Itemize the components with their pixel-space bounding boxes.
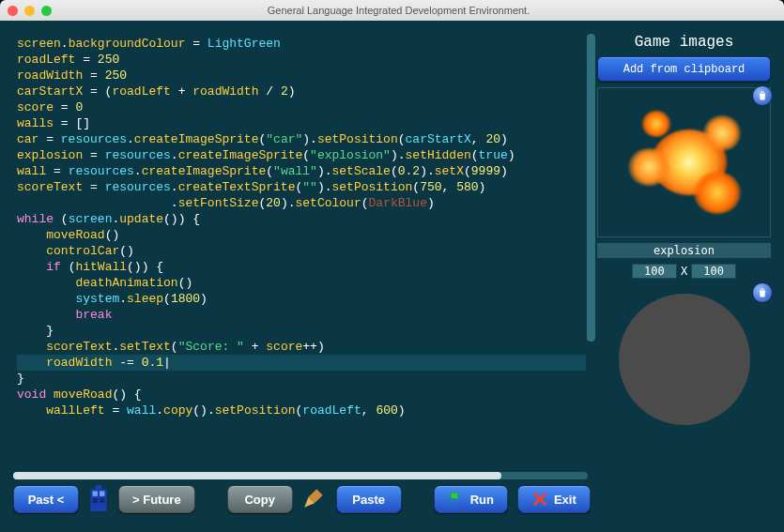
add-from-clipboard-button[interactable]: Add from clipboard — [597, 56, 771, 82]
explosion-image — [619, 106, 750, 219]
sprite-width[interactable]: 100 — [632, 264, 677, 279]
code-editor[interactable]: screen.backgroundColour = LightGreenroad… — [13, 34, 588, 474]
svg-rect-5 — [100, 498, 104, 503]
trash-icon — [757, 287, 768, 298]
future-button[interactable]: > Future — [118, 485, 195, 513]
toolbar: Past < > Future Copy Paste Run Exit — [0, 478, 784, 532]
copy-button[interactable]: Copy — [227, 485, 293, 513]
sprite-height[interactable]: 100 — [691, 264, 736, 279]
svg-rect-2 — [93, 491, 98, 495]
past-button[interactable]: Past < — [13, 485, 79, 513]
paste-button[interactable]: Paste — [336, 485, 402, 513]
trash-icon — [757, 90, 768, 101]
editor-vertical-scrollbar[interactable] — [587, 34, 595, 474]
window-title: General Language Integrated Development … — [21, 5, 776, 16]
delete-sprite-button[interactable] — [752, 282, 773, 303]
delete-sprite-button[interactable] — [752, 85, 773, 106]
tardis-icon — [88, 485, 109, 513]
run-button[interactable]: Run — [434, 485, 508, 513]
close-icon — [531, 491, 548, 508]
sprite-preview-explosion[interactable] — [597, 87, 771, 237]
broom-icon — [302, 487, 327, 511]
circle-image — [619, 294, 750, 425]
sprite-dimensions: 100 X 100 — [597, 264, 771, 279]
flag-icon — [448, 491, 465, 508]
game-images-panel: Game images Add from clipboard — [597, 34, 771, 474]
panel-title: Game images — [597, 34, 771, 51]
window-titlebar: General Language Integrated Development … — [0, 0, 784, 21]
svg-rect-3 — [100, 491, 104, 495]
svg-rect-4 — [93, 498, 98, 503]
editor-horizontal-scrollbar[interactable] — [13, 472, 588, 479]
sprite-preview-circle[interactable] — [597, 284, 771, 434]
svg-rect-1 — [96, 485, 101, 489]
close-window-button[interactable] — [8, 6, 18, 16]
sprite-name-label: explosion — [597, 243, 771, 258]
exit-button[interactable]: Exit — [517, 485, 591, 513]
